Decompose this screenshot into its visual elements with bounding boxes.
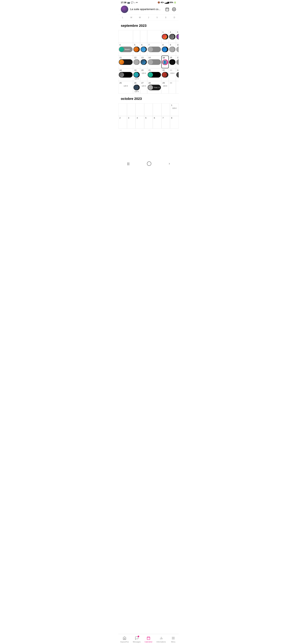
- sep-day-8[interactable]: 8: [161, 43, 169, 56]
- sep-day-16[interactable]: 16: [169, 56, 176, 68]
- app-avatar-image: [121, 6, 128, 13]
- sep-28-avatar: [148, 85, 153, 90]
- sep-day-28[interactable]: 28 Ynes +1: [147, 81, 161, 94]
- oct-empty-2: [127, 103, 136, 116]
- main-content: septembre 2023 1 2: [118, 20, 179, 147]
- weekday-M1: M: [127, 16, 136, 19]
- sep-day-9[interactable]: 9: [169, 43, 176, 56]
- sep-5-number: 5: [133, 44, 135, 46]
- sep-day-24[interactable]: 24: [176, 68, 179, 81]
- sep-22-avatar: [162, 72, 167, 77]
- sep-3-number: 3: [176, 31, 178, 33]
- sep-day-27[interactable]: 27 120 €: [140, 81, 147, 94]
- sep-day-11[interactable]: 11: [118, 56, 133, 68]
- sep-6-booking[interactable]: [141, 46, 147, 52]
- oct-empty-3: [135, 103, 144, 116]
- sep-day-25[interactable]: 25 120 €: [118, 81, 133, 94]
- gesture-back[interactable]: ‹: [169, 162, 170, 166]
- sep-19-booking[interactable]: [133, 72, 140, 78]
- gesture-home[interactable]: [147, 162, 151, 166]
- status-tiktok-icon: ♪: [134, 1, 135, 4]
- september-title: septembre 2023: [118, 20, 179, 30]
- sep-2-booking[interactable]: [169, 34, 175, 40]
- sep-day-26[interactable]: 26 120 €: [133, 81, 140, 94]
- settings-button[interactable]: [172, 7, 176, 12]
- sep-empty-2: [133, 30, 140, 43]
- gesture-recents[interactable]: |||: [127, 162, 130, 166]
- sep-day-29[interactable]: 29 130 €: [161, 81, 169, 94]
- sep-12-booking[interactable]: [133, 59, 140, 65]
- sep-19-price: 120 €: [134, 78, 139, 80]
- sep-day-23[interactable]: 23 130 €: [169, 68, 176, 81]
- sep-11-avatar: [119, 60, 124, 64]
- calendar-header-button[interactable]: [165, 7, 169, 12]
- sep-9-avatar: [170, 47, 175, 52]
- oct-day-8[interactable]: 8: [170, 116, 179, 129]
- weekday-J: J: [144, 16, 153, 19]
- sep-1-booking[interactable]: [162, 34, 168, 40]
- oct-day-4[interactable]: 4: [135, 116, 144, 129]
- sep-15-booking[interactable]: 👤: [162, 60, 168, 65]
- sep-day-17[interactable]: 17: [176, 56, 179, 68]
- app-title[interactable]: La suite appartement co...: [130, 8, 163, 11]
- sep-day-13[interactable]: 13: [140, 56, 147, 68]
- sep-4-booking[interactable]: Matahi ...: [119, 46, 133, 52]
- sep-22-booking[interactable]: [162, 72, 168, 78]
- sep-day-6[interactable]: 6: [140, 43, 147, 56]
- sep-day-21[interactable]: 21: [147, 68, 161, 81]
- oct-day-5[interactable]: 5: [144, 116, 153, 129]
- sep-29-number: 29: [162, 82, 165, 84]
- sep-13-avatar: [141, 60, 146, 64]
- sep-17-number: 17: [176, 56, 179, 59]
- sep-21-booking[interactable]: [148, 72, 161, 78]
- oct-day-3[interactable]: 3: [127, 116, 136, 129]
- sep-7-avatar: [148, 47, 153, 52]
- oct-day-2[interactable]: 2: [118, 116, 127, 129]
- sep-27-number: 27: [141, 82, 143, 84]
- sep-18-booking[interactable]: [119, 72, 133, 78]
- sep-day-15[interactable]: 15 👤: [161, 56, 169, 68]
- sep-6-number: 6: [141, 44, 142, 46]
- sep-17-booking[interactable]: [176, 59, 179, 65]
- sep-16-booking[interactable]: [169, 59, 175, 65]
- sep-13-booking[interactable]: [141, 59, 147, 65]
- sep-28-booking[interactable]: Ynes +1: [148, 85, 161, 90]
- sep-day-30[interactable]: 30: [169, 81, 176, 94]
- sep-day-20[interactable]: 20 120 €: [140, 68, 147, 81]
- oct-day-6[interactable]: 6: [153, 116, 162, 129]
- sep-24-booking[interactable]: [176, 72, 179, 78]
- sep-9-booking[interactable]: [169, 46, 175, 52]
- oct-empty-5: [153, 103, 162, 116]
- sep-day-14[interactable]: 14: [147, 56, 161, 68]
- sep-14-avatar: [148, 60, 153, 64]
- sep-26-booking[interactable]: [133, 85, 140, 90]
- sep-day-12[interactable]: 12: [133, 56, 140, 68]
- sep-day-5[interactable]: 5: [133, 43, 140, 56]
- sep-day-2[interactable]: 2: [169, 30, 176, 43]
- sep-11-booking[interactable]: [119, 59, 133, 65]
- sep-day-1[interactable]: 1: [161, 30, 169, 43]
- oct-day-1[interactable]: 1 120 €: [170, 103, 179, 116]
- status-right-area: 🔕 4G+ ▂▄▆ 65% 🔋: [158, 2, 176, 4]
- sep-day-4[interactable]: 4 Matahi ...: [118, 43, 133, 56]
- sep-day-7[interactable]: 7: [147, 43, 161, 56]
- sep-8-booking[interactable]: [162, 46, 168, 52]
- sep-4-number: 4: [119, 44, 120, 46]
- app-avatar[interactable]: [121, 6, 128, 13]
- sep-day-19[interactable]: 19 120 €: [133, 68, 140, 81]
- sep-day-3[interactable]: 3: [176, 30, 179, 43]
- sep-10-booking[interactable]: [176, 46, 179, 52]
- sep-5-booking[interactable]: [133, 46, 140, 52]
- sep-day-10[interactable]: 10: [176, 43, 179, 56]
- status-battery: 65%: [170, 2, 173, 4]
- weekday-D: D: [170, 16, 179, 19]
- sep-8-number: 8: [162, 44, 164, 46]
- sep-14-booking[interactable]: [148, 59, 161, 65]
- sep-21-avatar: [148, 72, 153, 77]
- oct-day-7[interactable]: 7: [162, 116, 170, 129]
- sep-day-22[interactable]: 22: [161, 68, 169, 81]
- sep-20-number: 20: [141, 69, 143, 71]
- sep-3-booking[interactable]: [176, 34, 179, 40]
- sep-day-18[interactable]: 18: [118, 68, 133, 81]
- sep-7-booking[interactable]: [148, 46, 161, 52]
